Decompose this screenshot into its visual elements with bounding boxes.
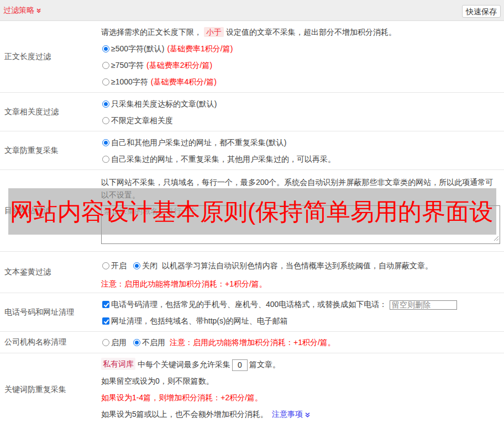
fee-note: (基础费率4积分/篇)	[151, 77, 217, 86]
radio-dedup-all[interactable]	[102, 139, 109, 146]
radio-dedup-own[interactable]	[102, 156, 109, 163]
radio-option[interactable]: 自己采集过的网址，不重复采集，其他用户采集过的，可以再采。	[101, 151, 501, 167]
checkbox-option[interactable]: 电话号码清理，包括常见的手机号、座机号、400电话格式，或替换成如下电话：	[101, 296, 501, 312]
notes-link[interactable]: 注意事项	[272, 410, 303, 418]
fee-note: (基础费率1积分/篇)	[167, 44, 233, 53]
option-label: ≥750字符	[111, 61, 144, 70]
row-content: 请选择需求的正文长度下限，小于设定值的文章不采集，超出部分不增加积分消耗。 ≥5…	[101, 21, 504, 92]
section-title-text: 过滤策略	[3, 6, 34, 14]
quick-save-button[interactable]: 快速保存	[462, 5, 501, 18]
row-dedup: 文章防重复采集 自己和其他用户采集过的网址，都不重复采集(默认) 自己采集过的网…	[0, 131, 504, 170]
option-label: 不限定文章相关度	[111, 116, 173, 125]
option-label: 启用	[111, 334, 127, 351]
radio-option[interactable]: 只采集相关度达标的文章(默认)	[101, 96, 501, 112]
checkbox-option[interactable]: 网址清理，包括纯域名、带http(s)的网址、电子邮箱	[101, 312, 501, 329]
radio-relevance-strict[interactable]	[102, 100, 109, 108]
radio-relevance-any[interactable]	[102, 117, 109, 124]
row-content: 启用不启用注意：启用此功能将增加积分消耗：+1积分/篇。	[101, 332, 504, 353]
replace-phone-input[interactable]	[390, 300, 457, 310]
option-label: 关闭	[142, 261, 158, 270]
porn-filter-note: 注意：启用此功能将增加积分消耗：+1积分/篇。	[101, 275, 501, 292]
row-body-length: 正文长度过滤 请选择需求的正文长度下限，小于设定值的文章不采集，超出部分不增加积…	[0, 21, 504, 93]
keyword-note-2: 如果设为1-4篇，则增加积分消耗：+2积分/篇。	[101, 389, 501, 406]
keyword-limit-line: 私有词库中每个关键词最多允许采集篇文章。	[101, 356, 501, 373]
row-keyword-dedup: 关键词防重复采集 私有词库中每个关键词最多允许采集篇文章。 如果留空或设为0，则…	[0, 353, 504, 424]
porn-filter-desc: 以机器学习算法自动识别色情内容，当色情概率达到系统阈值，自动屏蔽文章。	[162, 261, 433, 270]
row-content: 只采集相关度达标的文章(默认) 不限定文章相关度	[101, 93, 504, 131]
checkbox-url-clean[interactable]	[102, 317, 109, 325]
radio-group-line: 开启关闭以机器学习算法自动识别色情内容，当色情概率达到系统阈值，自动屏蔽文章。	[101, 257, 501, 274]
radio-option[interactable]: 自己和其他用户采集过的网址，都不重复采集(默认)	[101, 134, 501, 151]
option-label: 只采集相关度达标的文章(默认)	[111, 99, 217, 108]
row-label: 公司机构名称清理	[0, 332, 101, 353]
section-header: 过滤策略 快速保存	[0, 0, 504, 21]
row-company-clean: 公司机构名称清理 启用不启用注意：启用此功能将增加积分消耗：+1积分/篇。	[0, 332, 504, 353]
link-chevron-double-down-icon	[305, 407, 311, 423]
keyword-limit-suffix: 篇文章。	[249, 360, 280, 369]
option-label: ≥1000字符	[111, 77, 148, 86]
option-label: 自己和其他用户采集过的网址，都不重复采集(默认)	[111, 138, 286, 147]
row-content: 电话号码清理，包括常见的手机号、座机号、400电话格式，或替换成如下电话： 网址…	[101, 293, 504, 331]
row-content: 自己和其他用户采集过的网址，都不重复采集(默认) 自己采集过的网址，不重复采集，…	[101, 131, 504, 169]
keyword-note-1: 如果留空或设为0，则不限篇数。	[101, 373, 501, 389]
radio-750[interactable]	[102, 62, 109, 69]
checkbox-phone-clean[interactable]	[102, 301, 109, 308]
row-content: 私有词库中每个关键词最多允许采集篇文章。 如果留空或设为0，则不限篇数。 如果设…	[101, 353, 504, 424]
keyword-limit-text: 中每个关键词最多允许采集	[138, 356, 230, 373]
radio-group-line: 启用不启用注意：启用此功能将增加积分消耗：+1积分/篇。	[101, 334, 501, 351]
intro-text-after: 设定值的文章不采集，超出部分不增加积分消耗。	[226, 28, 396, 36]
radio-500[interactable]	[102, 45, 109, 52]
row-label: 电话号码和网址清理	[0, 293, 101, 331]
row-content: 开启关闭以机器学习算法自动识别色情内容，当色情概率达到系统阈值，自动屏蔽文章。 …	[101, 252, 504, 293]
option-label: 自己采集过的网址，不重复采集，其他用户采集过的，可以再采。	[111, 155, 335, 163]
private-lexicon-chip: 私有词库	[101, 358, 135, 370]
row-label: 文本鉴黄过滤	[0, 252, 101, 293]
resize-grip-icon[interactable]	[494, 234, 499, 243]
keyword-note-3-text: 如果设为5篇或以上，也不会额外增加积分消耗。	[101, 406, 268, 422]
row-label: 文章防重复采集	[0, 131, 101, 169]
section-title[interactable]: 过滤策略	[3, 0, 41, 22]
radio-1000[interactable]	[102, 78, 109, 86]
radio-option[interactable]: 不限定文章相关度	[101, 112, 501, 129]
option-label: ≥500字符(默认)	[111, 44, 164, 53]
body-length-intro: 请选择需求的正文长度下限，小于设定值的文章不采集，超出部分不增加积分消耗。	[101, 24, 501, 40]
keyword-limit-input[interactable]	[232, 359, 248, 371]
option-label: 网址清理，包括纯域名、带http(s)的网址、电子邮箱	[111, 316, 288, 325]
row-label: 文章相关度过滤	[0, 93, 101, 131]
radio-company-on[interactable]	[102, 339, 109, 346]
target-site-desc-line1: 以下网站不采集，只填域名，每行一个，最多200个。系统会自动识别并屏蔽那些非文章…	[101, 176, 501, 189]
option-label: 不启用	[142, 338, 165, 347]
keyword-note-3: 如果设为5篇或以上，也不会额外增加积分消耗。注意事项	[101, 406, 501, 423]
radio-option[interactable]: ≥750字符(基础费率2积分/篇)	[101, 57, 501, 73]
row-relevance: 文章相关度过滤 只采集相关度达标的文章(默认) 不限定文章相关度	[0, 93, 504, 131]
marquee-overlay: 网站内容设计基本原则(保持简单易用的界面设	[8, 188, 496, 235]
company-clean-note: 注意：启用此功能将增加积分消耗：+1积分/篇。	[170, 338, 335, 347]
row-label: 关键词防重复采集	[0, 353, 101, 424]
fee-note: (基础费率2积分/篇)	[146, 61, 212, 70]
row-label: 正文长度过滤	[0, 21, 101, 92]
option-label: 开启	[111, 257, 127, 274]
option-label: 电话号码清理，包括常见的手机号、座机号、400电话格式，或替换成如下电话：	[111, 296, 390, 312]
marquee-text: 网站内容设计基本原则(保持简单易用的界面设	[8, 188, 496, 235]
radio-option[interactable]: ≥1000字符(基础费率4积分/篇)	[101, 73, 501, 90]
intro-text-before: 请选择需求的正文长度下限，	[101, 28, 202, 36]
row-phone-url-clean: 电话号码和网址清理 电话号码清理，包括常见的手机号、座机号、400电话格式，或替…	[0, 293, 504, 332]
less-than-highlight: 小于	[204, 27, 224, 37]
radio-porn-on[interactable]	[102, 262, 109, 269]
radio-option[interactable]: ≥500字符(默认)(基础费率1积分/篇)	[101, 40, 501, 57]
radio-porn-off[interactable]	[133, 262, 140, 269]
radio-company-off[interactable]	[133, 339, 140, 346]
chevron-double-down-icon	[36, 1, 41, 22]
row-porn-filter: 文本鉴黄过滤 开启关闭以机器学习算法自动识别色情内容，当色情概率达到系统阈值，自…	[0, 252, 504, 293]
